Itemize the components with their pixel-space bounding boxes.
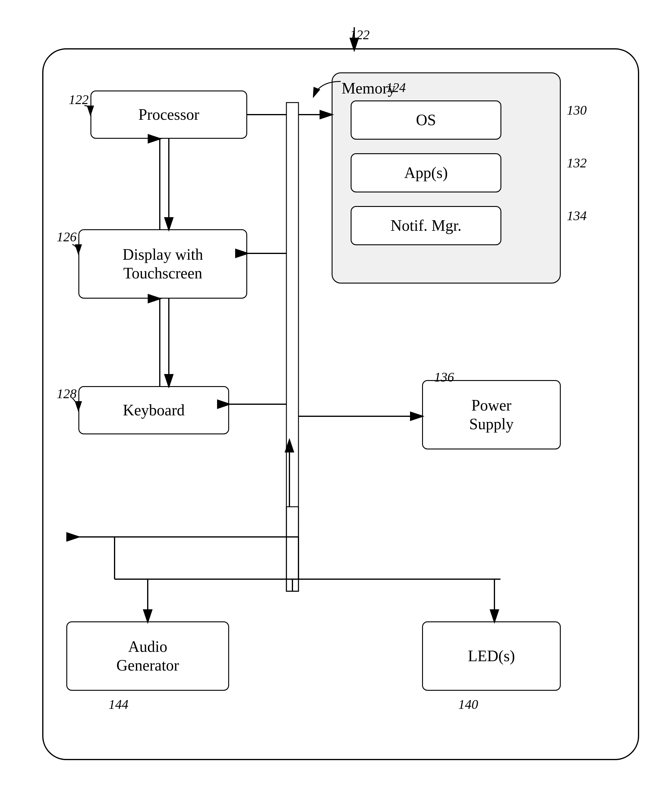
memory-outer-box: Memory OS App(s) Notif. Mgr. bbox=[332, 72, 561, 284]
ref-128: 128 bbox=[57, 386, 77, 401]
ref-140: 140 bbox=[458, 697, 478, 712]
audio-generator-box: AudioGenerator bbox=[66, 621, 229, 691]
ref-136: 136 bbox=[434, 369, 454, 385]
notif-mgr-box: Notif. Mgr. bbox=[350, 206, 501, 245]
ref-126: 126 bbox=[57, 229, 77, 245]
diagram-container: 122 Processor 122 Memory OS App(s) Notif… bbox=[24, 24, 645, 784]
leds-box: LED(s) bbox=[422, 621, 561, 691]
display-box: Display withTouchscreen bbox=[79, 229, 247, 299]
keyboard-box: Keyboard bbox=[79, 386, 229, 435]
apps-box: App(s) bbox=[350, 153, 501, 193]
processor-box: Processor bbox=[90, 91, 247, 139]
ref-130: 130 bbox=[567, 102, 587, 118]
os-box: OS bbox=[350, 101, 501, 140]
ref-144: 144 bbox=[109, 697, 128, 712]
ref-120: 122 bbox=[350, 27, 370, 42]
ref-124-label: 124 bbox=[386, 80, 406, 95]
ref-122: 122 bbox=[69, 92, 89, 107]
ref-132: 132 bbox=[567, 155, 587, 171]
ref-134: 134 bbox=[567, 208, 587, 223]
power-supply-box: PowerSupply bbox=[422, 380, 561, 450]
